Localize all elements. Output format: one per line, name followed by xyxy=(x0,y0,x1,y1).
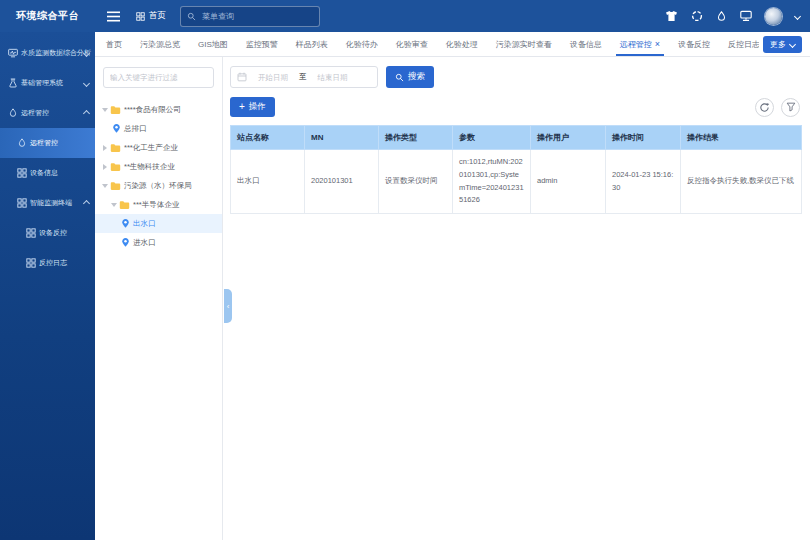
tree-filter-input[interactable] xyxy=(103,67,214,88)
caret-open-icon[interactable] xyxy=(102,108,108,112)
caret-closed-icon[interactable] xyxy=(103,145,107,151)
tab-bar: 首页 污染源总览 GIS地图 监控预警 样品列表 化验待办 化验审查 化验处理 … xyxy=(95,32,810,57)
sidebar-item-device-reverse-control[interactable]: 设备反控 xyxy=(0,218,95,248)
cell-mn: 2020101301 xyxy=(305,150,379,214)
grid-icon xyxy=(26,228,36,238)
tab-lab-process[interactable]: 化验处理 xyxy=(437,32,487,56)
cell-operator: admin xyxy=(531,150,606,214)
more-tabs-button[interactable]: 更多 xyxy=(763,36,802,53)
calendar-icon xyxy=(237,72,247,82)
column-filter-button[interactable] xyxy=(781,98,800,117)
sidebar-group-remote-control[interactable]: 远程管控 xyxy=(0,98,95,128)
user-avatar[interactable] xyxy=(765,8,782,25)
tree-node-biotech-company[interactable]: **生物科技企业 xyxy=(95,157,222,176)
user-menu-chevron-down-icon[interactable] xyxy=(794,12,801,19)
grid-icon xyxy=(17,198,27,208)
column-header-params: 参数 xyxy=(453,126,531,150)
chevron-down-icon xyxy=(789,40,796,47)
caret-closed-icon[interactable] xyxy=(103,164,107,170)
column-header-operation-time: 操作时间 xyxy=(606,126,681,150)
home-icon xyxy=(136,12,145,21)
filter-row: 至 搜索 xyxy=(230,66,802,88)
sidebar-group-smart-terminal[interactable]: 智能监测终端 xyxy=(0,188,95,218)
cell-site-name: 出水口 xyxy=(231,150,305,214)
main-content: ‹ 至 搜索 + 操作 站点名称 MN xyxy=(224,57,810,540)
chevron-up-icon xyxy=(83,199,90,206)
operate-button[interactable]: + 操作 xyxy=(230,97,275,117)
sidebar-item-device-info[interactable]: 设备信息 xyxy=(0,158,95,188)
sidebar-item-reverse-control-log[interactable]: 反控日志 xyxy=(0,248,95,278)
column-header-operator: 操作用户 xyxy=(531,126,606,150)
folder-icon xyxy=(110,105,121,115)
column-header-operation-result: 操作结果 xyxy=(681,126,802,150)
folder-icon xyxy=(110,181,121,191)
water-drop-icon xyxy=(17,138,27,148)
water-drop-icon xyxy=(8,108,18,118)
site-tree-panel: ****食品有限公司 总排口 ***化工生产企业 **生物科技企业 污染源（水）… xyxy=(95,57,223,540)
caret-open-icon[interactable] xyxy=(111,203,117,207)
tree-node-inlet[interactable]: 进水口 xyxy=(95,233,222,252)
folder-icon xyxy=(119,200,130,210)
main-sidebar: 水质监测数据综合分析 基础管理系统 远程管控 远程管控 设备信息 智能监测终端 … xyxy=(0,32,95,540)
top-header: 环境综合平台 首页 xyxy=(0,0,810,32)
theme-skin-icon[interactable] xyxy=(665,10,678,22)
tree-node-main-outlet[interactable]: 总排口 xyxy=(95,119,222,138)
search-icon xyxy=(395,73,404,82)
tree-node-semiconductor-company[interactable]: ***半导体企业 xyxy=(95,195,222,214)
folder-icon xyxy=(110,162,121,172)
tab-reverse-control-log[interactable]: 反控日志 xyxy=(719,32,759,56)
table-header-row: 站点名称 MN 操作类型 参数 操作用户 操作时间 操作结果 xyxy=(231,126,802,150)
tab-device-info[interactable]: 设备信息 xyxy=(561,32,611,56)
tab-pollution-overview[interactable]: 污染源总览 xyxy=(131,32,189,56)
tab-lab-todo[interactable]: 化验待办 xyxy=(337,32,387,56)
cell-operation-time: 2024-01-23 15:16:30 xyxy=(606,150,681,214)
chevron-up-icon xyxy=(83,109,90,116)
tree-node-outlet-selected[interactable]: 出水口 xyxy=(95,214,222,233)
cell-operation-result: 反控指令执行失败,数采仪已下线 xyxy=(681,150,802,214)
tab-pollution-realtime[interactable]: 污染源实时查看 xyxy=(487,32,561,56)
panel-collapse-handle[interactable]: ‹ xyxy=(224,289,232,323)
folder-icon xyxy=(110,143,121,153)
range-separator: 至 xyxy=(299,72,307,82)
column-header-mn: MN xyxy=(305,126,379,150)
sidebar-item-remote-control[interactable]: 远程管控 xyxy=(0,128,95,158)
fullscreen-monitor-icon[interactable] xyxy=(740,10,752,22)
map-pin-icon xyxy=(112,123,121,134)
tree-node-chemical-company[interactable]: ***化工生产企业 xyxy=(95,138,222,157)
tab-gis-map[interactable]: GIS地图 xyxy=(189,32,237,56)
tree-node-epa-bureau[interactable]: 污染源（水）环保局 xyxy=(95,176,222,195)
menu-search-box[interactable] xyxy=(180,6,320,27)
plus-icon: + xyxy=(239,102,245,112)
tab-remote-control-active[interactable]: 远程管控 × xyxy=(611,32,669,56)
tree-node-food-company[interactable]: ****食品有限公司 xyxy=(95,100,222,119)
refresh-button[interactable] xyxy=(755,98,774,117)
caret-open-icon[interactable] xyxy=(102,184,108,188)
tab-monitor-warning[interactable]: 监控预警 xyxy=(237,32,287,56)
column-header-operation-type: 操作类型 xyxy=(379,126,453,150)
column-header-site-name: 站点名称 xyxy=(231,126,305,150)
start-date-input[interactable] xyxy=(249,72,297,83)
map-pin-icon xyxy=(121,237,130,248)
tab-close-icon[interactable]: × xyxy=(655,40,660,49)
grid-icon xyxy=(26,258,36,268)
hamburger-menu-icon[interactable] xyxy=(107,11,120,22)
chevron-down-icon xyxy=(83,79,90,86)
tab-home[interactable]: 首页 xyxy=(97,32,131,56)
sidebar-item-water-quality-analysis[interactable]: 水质监测数据综合分析 xyxy=(0,38,95,68)
end-date-input[interactable] xyxy=(309,72,357,83)
analysis-dashboard-icon xyxy=(8,48,18,58)
cell-params: cn:1012,rtuMN:2020101301,cp:SystemTime=2… xyxy=(453,150,531,214)
tab-lab-review[interactable]: 化验审查 xyxy=(387,32,437,56)
sidebar-item-base-management[interactable]: 基础管理系统 xyxy=(0,68,95,98)
date-range-picker[interactable]: 至 xyxy=(230,66,378,88)
table-row: 出水口 2020101301 设置数采仪时间 cn:1012,rtuMN:202… xyxy=(231,150,802,214)
layout-segment-icon[interactable] xyxy=(691,10,703,22)
tab-sample-list[interactable]: 样品列表 xyxy=(287,32,337,56)
search-button[interactable]: 搜索 xyxy=(386,66,434,88)
menu-search-input[interactable] xyxy=(200,11,313,22)
grid-icon xyxy=(17,168,27,178)
tab-device-reverse-control[interactable]: 设备反控 xyxy=(669,32,719,56)
breadcrumb-home[interactable]: 首页 xyxy=(136,10,166,22)
flame-icon[interactable] xyxy=(716,11,727,22)
table-tools xyxy=(755,98,800,117)
